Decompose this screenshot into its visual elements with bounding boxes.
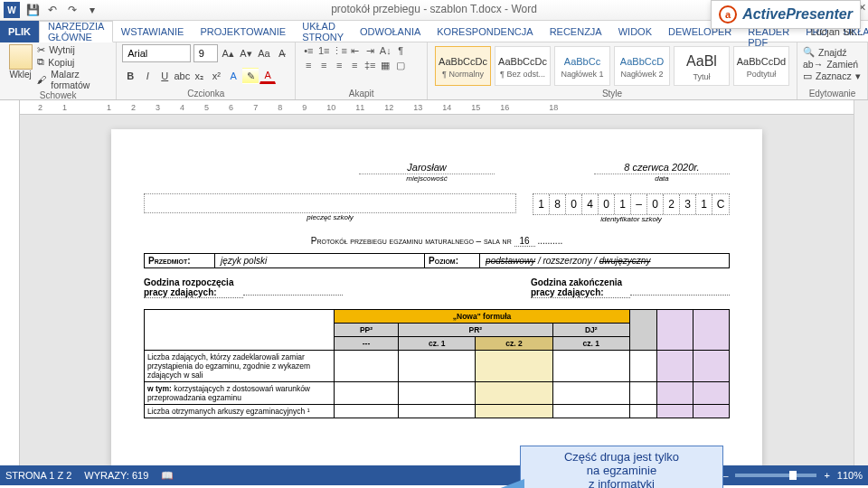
subject-label: Przedmiot: [145,254,215,267]
group-styles: AaBbCcDc¶ NormalnyAaBbCcDc¶ Bez odst...A… [428,42,797,99]
horizontal-ruler: 211234567891011121314151618 [20,100,854,115]
zoom-level[interactable]: 110% [837,470,863,481]
change-case-icon[interactable]: Aa [256,45,271,61]
tab-plik[interactable]: PLIK [0,21,39,42]
start-label: Godzina rozpoczęcia pracy zdających: [144,277,243,298]
stamp-box [144,193,516,213]
protocol-title: Protokół przebiegu egzaminu maturalnego … [144,236,730,246]
group-paragraph: •≡ 1≡ ⋮≡ ⇤ ⇥ A↓ ¶ ≡ ≡ ≡ ≡ ‡≡ ▦ ▢ Akapit [296,42,428,99]
tab-recenzja[interactable]: RECENZJA [542,21,610,42]
bullets-icon[interactable]: •≡ [301,44,316,57]
paste-icon [9,44,33,70]
activepresenter-icon: a [719,5,737,23]
status-page[interactable]: STRONA 1 Z 2 [5,470,71,482]
vertical-ruler [0,100,20,465]
level-value: podstawowy / rozszerzony / dwujęzyczny [480,254,729,267]
borders-icon[interactable]: ▢ [393,59,408,71]
shrink-font-icon[interactable]: A▾ [239,45,254,61]
strike-button[interactable]: abc [174,68,190,84]
font-size-select[interactable]: 9 [193,44,218,62]
status-words[interactable]: WYRAZY: 619 [84,470,148,482]
shading-icon[interactable]: ▦ [378,59,392,71]
callout-annotation: Część druga jest tylko na egzaminie z in… [520,446,723,488]
end-label: Godzina zakończenia pracy zdających: [531,277,630,298]
room-number: 16 [514,236,535,247]
replace-button[interactable]: ab→ Zamień [803,59,862,70]
underline-button[interactable]: U [156,68,173,84]
tab-projektowanie[interactable]: PROJEKTOWANIE [192,21,294,42]
inc-indent-icon[interactable]: ⇥ [363,44,377,57]
doc-date-label: data [594,174,730,183]
table-row: Liczba zdających, którzy zadeklarowali z… [145,351,335,382]
paste-button[interactable]: Wklej [5,44,35,90]
times-row: Godzina rozpoczęcia pracy zdających: God… [144,277,730,298]
ribbon: Wklej ✂ Wytnij ⧉ Kopiuj 🖌 Malarz formató… [0,42,868,100]
multilevel-icon[interactable]: ⋮≡ [332,44,346,57]
school-id-cells: 180401–0231C [533,193,730,215]
tab-widok[interactable]: WIDOK [610,21,660,42]
format-painter-button[interactable]: 🖌 Malarz formatów [37,69,110,90]
document-page[interactable]: Jarosławmiejscowość 8 czerwca 2020r.data… [111,129,762,465]
group-label-styles: Style [433,89,791,99]
cut-button[interactable]: ✂ Wytnij [37,44,110,55]
style-item[interactable]: AaBbCcDdPodtytuł [733,46,789,86]
zoom-in-icon[interactable]: + [824,470,829,481]
subject-row: Przedmiot: język polski Poziom: podstawo… [144,253,730,268]
align-right-icon[interactable]: ≡ [332,59,346,71]
numbering-icon[interactable]: 1≡ [316,44,331,57]
school-id-label: identyfikator szkoły [533,215,730,223]
tab-odwolania[interactable]: ODWOŁANIA [352,21,429,42]
italic-button[interactable]: I [139,68,156,84]
table-nowa-header: „Nowa" formuła [335,310,630,324]
find-button[interactable]: 🔍 Znajdź [803,46,862,58]
justify-icon[interactable]: ≡ [347,59,362,71]
sort-icon[interactable]: A↓ [378,44,392,57]
pilcrow-icon[interactable]: ¶ [393,44,408,57]
vertical-scrollbar[interactable] [854,100,868,465]
group-label-font: Czcionka [122,89,289,99]
doc-date: 8 czerwca 2020r. [624,162,699,173]
exam-table: „Nowa" formuła PP² PR² DJ² --- cz. 1 cz.… [144,309,730,418]
copy-button[interactable]: ⧉ Kopiuj [37,56,110,68]
tab-korespondencja[interactable]: KORESPONDENCJA [429,21,541,42]
document-area: 211234567891011121314151618 Jarosławmiej… [0,100,868,465]
zoom-slider[interactable] [735,474,816,477]
grow-font-icon[interactable]: A▴ [221,45,236,61]
clear-format-icon[interactable]: A̶ [274,45,289,61]
highlight-icon[interactable]: ✎ [242,68,259,84]
tab-uklad-strony[interactable]: UKŁAD STRONY [294,21,352,42]
activepresenter-overlay: a ActivePresenter [711,0,861,29]
table-row: Liczba otrzymanych arkuszy egzaminacyjny… [145,405,335,418]
dec-indent-icon[interactable]: ⇤ [347,44,362,57]
tab-wstawianie[interactable]: WSTAWIANIE [113,21,193,42]
style-item[interactable]: AaBbCcDc¶ Bez odst... [495,46,551,86]
superscript-button[interactable]: x² [208,68,224,84]
select-button[interactable]: ▭ Zaznacz ▾ [803,70,862,81]
spellcheck-icon[interactable]: 📖 [161,470,174,482]
style-gallery[interactable]: AaBbCcDc¶ NormalnyAaBbCcDc¶ Bez odst...A… [433,44,791,86]
doc-city: Jarosław [407,162,446,173]
stamp-label: pieczęć szkoły [144,213,516,221]
style-item[interactable]: AaBbCcNagłówek 1 [554,46,610,86]
doc-city-label: miejscowość [359,174,495,183]
style-item[interactable]: AaBlTytuł [674,46,730,86]
align-center-icon[interactable]: ≡ [316,59,331,71]
group-editing: 🔍 Znajdź ab→ Zamień ▭ Zaznacz ▾ Edytowan… [797,42,868,99]
style-item[interactable]: AaBbCcDc¶ Normalny [435,46,491,86]
font-color-icon[interactable]: A [259,68,276,84]
line-spacing-icon[interactable]: ‡≡ [363,59,377,71]
align-left-icon[interactable]: ≡ [301,59,316,71]
group-clipboard: Wklej ✂ Wytnij ⧉ Kopiuj 🖌 Malarz formató… [0,42,117,99]
font-name-select[interactable]: Arial [122,44,190,62]
activepresenter-label: ActivePresenter [742,6,853,23]
text-effects-icon[interactable]: A [225,68,241,84]
bold-button[interactable]: B [122,68,138,84]
status-bar: STRONA 1 Z 2 WYRAZY: 619 📖 — + 110% [0,465,868,485]
subject-value: język polski [215,254,424,267]
subscript-button[interactable]: x₂ [191,68,207,84]
tab-narzedzia[interactable]: NARZĘDZIA GŁÓWNE [39,21,113,42]
level-label: Poziom: [424,254,480,267]
style-item[interactable]: AaBbCcDNagłówek 2 [614,46,670,86]
group-label-edit: Edytowanie [803,89,862,99]
group-label-para: Akapit [301,89,421,99]
